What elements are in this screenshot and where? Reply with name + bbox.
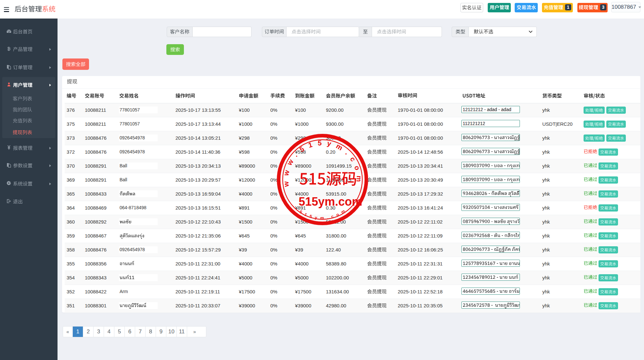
svg-text:515ym.com: 515ym.com (299, 195, 362, 208)
